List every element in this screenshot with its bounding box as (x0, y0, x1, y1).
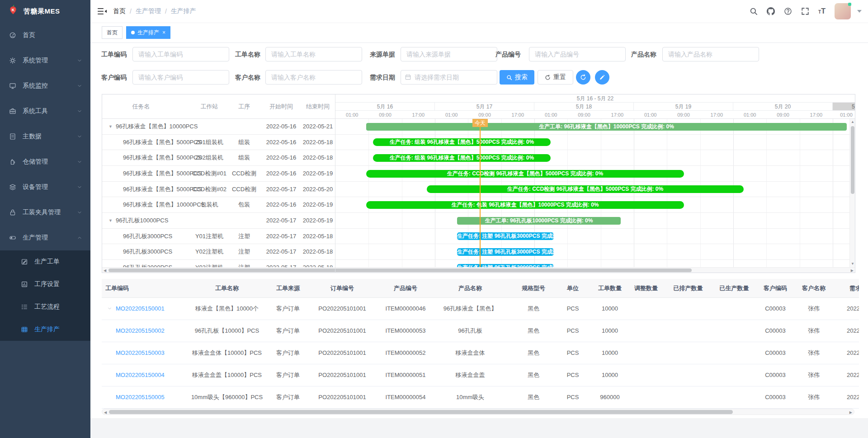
gantt-day-cell-disabled: 5月 21 (833, 103, 855, 111)
gantt-hour-label: 09:00 (677, 111, 690, 119)
sidebar-item-系统工具[interactable]: 系统工具 (0, 99, 90, 124)
table-cell-spec: 黑色 (528, 320, 539, 342)
gantt-bar[interactable]: 生产任务: 注塑 96孔孔板3000PCS 完成比例: 0% (457, 232, 554, 240)
close-icon[interactable]: × (162, 27, 165, 38)
topbar: 首页/生产管理/生产排产 TT (90, 0, 868, 23)
table-row[interactable]: MO202205150004移液盒盒盖【10000】PCS客户订单PO20220… (102, 364, 859, 386)
gantt-grid-row[interactable]: 96孔移液盒【黑色】10000PCS包装机包装2022-05-162022-05… (102, 197, 335, 213)
gantt-bar[interactable]: 生产任务: CCD检测 96孔移液盒【黑色】5000PCS 完成比例: 0% (366, 170, 684, 178)
gantt-bar[interactable]: 生产任务: 注塑 96孔孔板3000PCS 完成比例: 0% (457, 248, 554, 256)
gantt-grid-row[interactable]: 96孔移液盒【黑色】5000PCSZ01组装机组装2022-05-162022-… (102, 135, 335, 151)
table-row[interactable]: MO20220515000296孔孔板【10000】PCS客户订单PO20220… (102, 320, 859, 342)
demand-date-input[interactable] (401, 70, 497, 85)
tab-首页[interactable]: 首页 (102, 26, 123, 39)
gantt-cell-end: 2022-05-19 (303, 213, 333, 229)
scroll-right-icon[interactable]: ▶ (849, 410, 852, 415)
filter-input[interactable] (265, 47, 362, 61)
scroll-left-icon[interactable]: ◀ (104, 410, 107, 415)
gantt-vertical-scrollbar[interactable]: ▲▼ (849, 119, 855, 267)
gantt-grid-row[interactable]: ▼96孔移液盒【黑色】10000PCS2022-05-162022-05-21 (102, 119, 335, 135)
sidebar-item-仓储管理[interactable]: 仓储管理 (0, 149, 90, 174)
avatar-dropdown-caret-icon[interactable] (857, 10, 862, 13)
sidebar-item-工装夹具管理[interactable]: 工装夹具管理 (0, 200, 90, 225)
gantt-bar[interactable]: 生产工单: 96孔孔板10000PCS 完成比例: 0% (457, 217, 621, 225)
gantt-bar[interactable]: 生产任务: 包装 96孔移液盒【黑色】10000PCS 完成比例: 0% (366, 201, 684, 209)
app-logo[interactable]: K 苦糖果MES (0, 0, 90, 23)
gantt-bar[interactable]: 生产任务: 组装 96孔移液盒【黑色】5000PCS 完成比例: 0% (373, 138, 551, 146)
gantt-grid-row[interactable]: 96孔移液盒【黑色】5000PCSZ02组装机组装2022-05-162022-… (102, 150, 335, 166)
filter-input[interactable] (529, 47, 626, 61)
gantt-bar[interactable]: 生产任务: CCD检测 96孔移液盒【黑色】5000PCS 完成比例: 0% (427, 185, 744, 193)
sidebar-item-系统监控[interactable]: 系统监控 (0, 73, 90, 99)
fullscreen-icon[interactable] (801, 7, 809, 15)
work-order-link[interactable]: MO202205150005 (116, 386, 165, 408)
filter-label: 客户名称 (235, 70, 260, 85)
sidebar-subitem-工艺流程[interactable]: 工艺流程 (0, 296, 90, 318)
filter-input[interactable] (401, 47, 497, 61)
table-row[interactable]: MO20220515000510mm吸头【960000】PCS客户订单PO202… (102, 386, 859, 409)
breadcrumb-item[interactable]: 生产管理 (136, 7, 161, 15)
filter-label: 客户编码 (101, 70, 127, 85)
table-row[interactable]: MO202205150001移液盒【黑色】10000个客户订单PO2022051… (102, 298, 859, 320)
sidebar-item-系统管理[interactable]: 系统管理 (0, 48, 90, 73)
reset-button[interactable]: 重置 (538, 70, 573, 85)
collapse-triangle-icon[interactable]: ▼ (108, 218, 113, 223)
avatar[interactable] (835, 3, 851, 19)
filter-input[interactable] (662, 47, 759, 61)
app-title: 苦糖果MES (24, 7, 60, 16)
sidebar-item-生产管理[interactable]: 生产管理 (0, 225, 90, 250)
refresh-circle-button[interactable] (576, 70, 590, 85)
gantt-grid-row[interactable]: 96孔移液盒【黑色】5000PCSCCD检测#02CCD检测2022-05-17… (102, 182, 335, 198)
filter-label: 需求日期 (370, 70, 395, 85)
scroll-left-icon[interactable]: ◀ (104, 268, 106, 273)
breadcrumb-item[interactable]: 生产排产 (171, 7, 196, 15)
scrollbar-thumb[interactable] (108, 268, 692, 272)
gantt-grid-row[interactable]: ▼96孔孔板10000PCS2022-05-172022-05-19 (102, 213, 335, 229)
gantt-bar[interactable]: 生产任务: 组装 96孔移液盒【黑色】5000PCS 完成比例: 0% (373, 154, 551, 162)
table-cell-product: 移液盒盒体 (456, 342, 485, 364)
gantt-bar[interactable]: 生产工单: 96孔移液盒【黑色】10000PCS 完成比例: 0% (366, 123, 847, 131)
sidebar-item-设备管理[interactable]: 设备管理 (0, 174, 90, 200)
chevron-down-icon (77, 134, 82, 139)
scrollbar-thumb[interactable] (851, 126, 854, 194)
gantt-cell-process: 注塑 (238, 260, 250, 267)
work-order-link[interactable]: MO202205150002 (116, 320, 165, 342)
scroll-down-icon[interactable]: ▼ (851, 261, 854, 267)
table-cell-order: PO202205101001 (318, 298, 366, 320)
work-order-link[interactable]: MO202205150003 (116, 342, 165, 364)
search-button[interactable]: 搜索 (500, 70, 534, 85)
sidebar-subitem-工序设置[interactable]: 工序设置 (0, 273, 90, 296)
scroll-right-icon[interactable]: ▶ (851, 268, 854, 273)
gantt-hour-label: 01:00 (840, 111, 853, 119)
sidebar-subitem-生产工单[interactable]: 生产工单 (0, 250, 90, 273)
work-order-link[interactable]: MO202205150001 (116, 298, 165, 320)
sidebar-subitem-生产排产[interactable]: 生产排产 (0, 318, 90, 341)
gantt-horizontal-scrollbar[interactable]: ◀▶ (102, 267, 855, 273)
help-icon[interactable] (784, 7, 792, 15)
sidebar-item-首页[interactable]: 首页 (0, 23, 90, 48)
table-horizontal-scrollbar[interactable]: ◀▶ (102, 409, 854, 415)
chevron-down-icon (77, 159, 82, 165)
collapse-triangle-icon[interactable]: ▼ (108, 124, 113, 129)
work-order-link[interactable]: MO202205150004 (116, 364, 165, 386)
breadcrumb-item[interactable]: 首页 (113, 7, 126, 15)
edit-circle-button[interactable] (595, 70, 609, 85)
scroll-up-icon[interactable]: ▲ (851, 119, 854, 125)
filter-input[interactable] (265, 70, 362, 85)
table-row[interactable]: MO202205150003移液盒盒体【10000】PCS客户订单PO20220… (102, 342, 859, 364)
scrollbar-thumb[interactable] (109, 410, 733, 414)
filter-input[interactable] (132, 70, 229, 85)
gantt-grid-row[interactable]: 96孔移液盒【黑色】5000PCSCCD检测#01CCD检测2022-05-16… (102, 166, 335, 182)
tab-生产排产[interactable]: 生产排产× (126, 26, 170, 39)
search-icon[interactable] (750, 7, 758, 15)
sidebar-item-主数据[interactable]: 主数据 (0, 124, 90, 149)
gantt-bar[interactable]: 生产任务: 注塑 96孔孔板3000PCS 完成比例: 0% (457, 264, 554, 267)
row-expand-chevron-icon[interactable] (107, 298, 112, 320)
github-icon[interactable] (767, 7, 775, 15)
font-size-icon[interactable]: TT (818, 7, 826, 15)
gantt-grid-row[interactable]: 96孔孔板3000PCSY03注塑机注塑2022-05-172022-05-18 (102, 260, 335, 267)
filter-input[interactable] (132, 47, 229, 61)
gantt-grid-row[interactable]: 96孔孔板3000PCSY02注塑机注塑2022-05-172022-05-18 (102, 244, 335, 260)
gantt-grid-row[interactable]: 96孔孔板3000PCSY01注塑机注塑2022-05-172022-05-18 (102, 229, 335, 245)
sidebar-collapse-icon[interactable] (90, 8, 113, 15)
